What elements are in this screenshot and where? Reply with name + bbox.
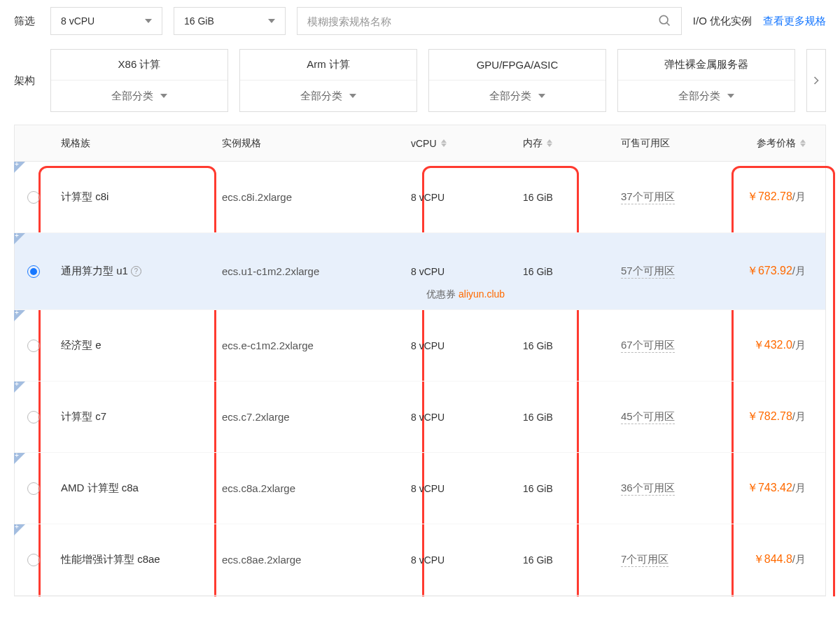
- arch-card[interactable]: Arm 计算 全部分类: [239, 49, 417, 112]
- arch-card[interactable]: X86 计算 全部分类: [50, 49, 228, 112]
- memory-select-value: 16 GiB: [184, 15, 214, 27]
- table-row[interactable]: 计算型 c7 ecs.c7.2xlarge 8 vCPU 16 GiB 45个可…: [15, 382, 825, 453]
- expand-icon[interactable]: [14, 382, 25, 393]
- sort-icon: [441, 139, 447, 147]
- table-row[interactable]: 计算型 c8i ecs.c8i.2xlarge 8 vCPU 16 GiB 37…: [15, 162, 825, 233]
- row-radio[interactable]: [27, 554, 40, 566]
- spec-name: ecs.c8a.2xlarge: [222, 482, 295, 494]
- sort-icon: [800, 139, 806, 147]
- vcpu-value: 8 vCPU: [411, 554, 444, 566]
- table-row[interactable]: 性能增强计算型 c8ae ecs.c8ae.2xlarge 8 vCPU 16 …: [15, 524, 825, 596]
- price-value: ￥432.0: [753, 338, 792, 353]
- arch-card-category[interactable]: 全部分类: [429, 80, 606, 111]
- search-box[interactable]: [297, 7, 682, 35]
- zone-count[interactable]: 45个可用区: [621, 410, 675, 424]
- th-memory[interactable]: 内存: [514, 137, 612, 150]
- arch-card-title: X86 计算: [51, 50, 227, 80]
- zone-count[interactable]: 7个可用区: [621, 553, 668, 567]
- search-icon[interactable]: [657, 13, 671, 29]
- caret-down-icon: [160, 94, 167, 98]
- family-name: 计算型 c8i: [61, 190, 108, 204]
- view-more-link[interactable]: 查看更多规格: [763, 15, 826, 28]
- caret-down-icon: [349, 94, 356, 98]
- help-icon[interactable]: ?: [131, 266, 141, 276]
- family-name: 通用算力型 u1: [61, 265, 128, 278]
- spec-name: ecs.c7.2xlarge: [222, 411, 290, 423]
- row-radio[interactable]: [27, 191, 40, 204]
- vcpu-value: 8 vCPU: [411, 192, 444, 203]
- expand-icon[interactable]: [14, 162, 25, 173]
- filter-row: 筛选 8 vCPU 16 GiB I/O 优化实例 查看更多规格: [0, 0, 840, 42]
- architecture-row: 架构 X86 计算 全部分类 Arm 计算 全部分类 GPU/FPGA/ASIC…: [0, 42, 840, 125]
- table-header: 规格族 实例规格 vCPU 内存 可售可用区 参考价格: [15, 125, 825, 162]
- arch-label: 架构: [14, 74, 39, 88]
- price-suffix: /月: [792, 482, 806, 495]
- filter-label: 筛选: [14, 15, 39, 28]
- memory-value: 16 GiB: [523, 340, 553, 351]
- price-suffix: /月: [792, 553, 806, 566]
- expand-icon[interactable]: [14, 524, 25, 536]
- vcpu-value: 8 vCPU: [411, 412, 444, 423]
- vcpu-value: 8 vCPU: [411, 483, 444, 494]
- search-input[interactable]: [307, 15, 657, 27]
- th-family[interactable]: 规格族: [52, 137, 214, 150]
- expand-icon[interactable]: [14, 453, 25, 464]
- arch-card-title: GPU/FPGA/ASIC: [429, 50, 606, 80]
- price-value: ￥782.78: [747, 410, 792, 424]
- memory-value: 16 GiB: [523, 412, 553, 423]
- spec-name: ecs.c8i.2xlarge: [222, 191, 292, 203]
- th-zone[interactable]: 可售可用区: [612, 137, 710, 150]
- spec-name: ecs.e-c1m2.2xlarge: [222, 340, 314, 351]
- table-row[interactable]: AMD 计算型 c8a ecs.c8a.2xlarge 8 vCPU 16 Gi…: [15, 453, 825, 524]
- sort-icon: [547, 139, 552, 147]
- row-radio[interactable]: [27, 411, 40, 424]
- memory-value: 16 GiB: [523, 554, 553, 566]
- price-value: ￥782.78: [747, 190, 792, 204]
- arch-next-button[interactable]: [806, 49, 826, 112]
- family-name: 性能增强计算型 c8ae: [61, 553, 160, 566]
- arch-card[interactable]: 弹性裸金属服务器 全部分类: [617, 49, 795, 112]
- price-value: ￥673.92: [747, 264, 792, 279]
- memory-select[interactable]: 16 GiB: [174, 7, 286, 35]
- arch-card-category[interactable]: 全部分类: [51, 80, 227, 111]
- svg-line-1: [667, 22, 670, 25]
- row-radio[interactable]: [27, 265, 40, 278]
- zone-count[interactable]: 67个可用区: [621, 339, 675, 353]
- instance-table: 规格族 实例规格 vCPU 内存 可售可用区 参考价格 计算型 c8i ecs.…: [14, 125, 826, 596]
- table-body: 计算型 c8i ecs.c8i.2xlarge 8 vCPU 16 GiB 37…: [15, 162, 825, 596]
- row-radio[interactable]: [27, 482, 40, 495]
- expand-icon[interactable]: [14, 233, 25, 244]
- family-name: AMD 计算型 c8a: [61, 482, 139, 495]
- zone-count[interactable]: 57个可用区: [621, 265, 675, 279]
- memory-value: 16 GiB: [523, 192, 553, 203]
- vcpu-value: 8 vCPU: [411, 340, 444, 351]
- arch-cards: X86 计算 全部分类 Arm 计算 全部分类 GPU/FPGA/ASIC 全部…: [50, 49, 795, 112]
- price-suffix: /月: [792, 410, 806, 424]
- th-price[interactable]: 参考价格: [710, 137, 825, 150]
- family-name: 计算型 c7: [61, 410, 106, 424]
- coupon-info: 优惠券aliyun.club: [426, 288, 505, 301]
- price-suffix: /月: [792, 190, 806, 204]
- spec-name: ecs.c8ae.2xlarge: [222, 554, 301, 566]
- zone-count[interactable]: 37个可用区: [621, 190, 675, 204]
- arch-card[interactable]: GPU/FPGA/ASIC 全部分类: [428, 49, 606, 112]
- arch-card-title: Arm 计算: [240, 50, 416, 80]
- vcpu-select[interactable]: 8 vCPU: [50, 7, 162, 35]
- arch-card-category[interactable]: 全部分类: [240, 80, 416, 111]
- family-name: 经济型 e: [61, 339, 102, 352]
- spec-name: ecs.u1-c1m2.2xlarge: [222, 265, 319, 277]
- zone-count[interactable]: 36个可用区: [621, 482, 675, 496]
- arch-card-category[interactable]: 全部分类: [618, 80, 794, 111]
- expand-icon[interactable]: [14, 310, 25, 321]
- row-radio[interactable]: [27, 340, 40, 352]
- memory-value: 16 GiB: [523, 483, 553, 494]
- table-row[interactable]: 经济型 e ecs.e-c1m2.2xlarge 8 vCPU 16 GiB 6…: [15, 310, 825, 382]
- io-optimize-label: I/O 优化实例: [693, 15, 752, 28]
- th-vcpu[interactable]: vCPU: [402, 138, 514, 149]
- caret-down-icon: [268, 19, 275, 23]
- table-row[interactable]: 通用算力型 u1? ecs.u1-c1m2.2xlarge 8 vCPU 16 …: [15, 233, 825, 310]
- th-spec[interactable]: 实例规格: [214, 137, 402, 150]
- svg-point-0: [659, 15, 668, 24]
- caret-down-icon: [727, 94, 734, 98]
- price-suffix: /月: [792, 265, 806, 278]
